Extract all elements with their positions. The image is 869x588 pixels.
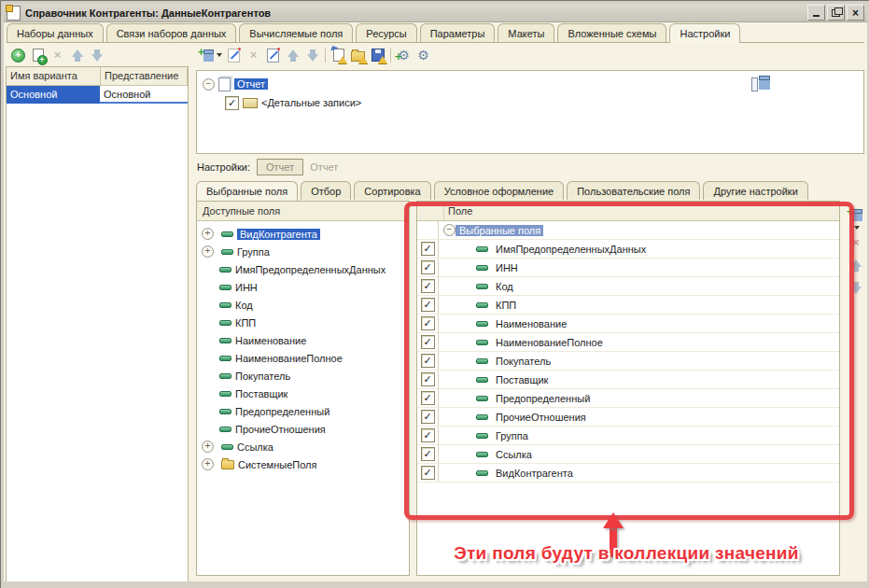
column-presentation[interactable]: Представление [101,67,188,85]
field-up-button[interactable] [847,256,866,274]
selected-field-row[interactable]: ✓Наименование [417,315,839,333]
available-field-row[interactable]: Поставщик [197,385,409,402]
field-checkbox[interactable]: ✓ [421,428,435,442]
collapse-icon[interactable]: − [203,78,215,91]
selected-field-row[interactable]: ✓Предопределенный [417,389,839,408]
main-tab[interactable]: Связи наборов данных [106,23,237,42]
main-tab[interactable]: Ресурсы [356,23,416,42]
variant-down-button[interactable] [87,46,106,64]
variant-row[interactable]: Основной Основной [7,86,188,104]
tree-detail-row[interactable]: ✓ <Детальные записи> [197,93,863,112]
field-down-button[interactable] [847,278,866,297]
delete-variant-button[interactable]: × [48,46,67,64]
selected-field-row[interactable]: ✓Группа [417,427,839,445]
field-checkbox[interactable]: ✓ [421,242,435,256]
available-field-row[interactable]: ИмяПредопределенныхДанных [197,260,409,278]
add-field-dropdown-icon[interactable] [854,226,860,230]
variant-name-cell[interactable]: Основной [7,86,100,104]
setting-down-button[interactable] [302,46,322,64]
main-tab[interactable]: Вычисляемые поля [239,23,353,42]
available-field-row[interactable]: Покупатель [197,367,409,385]
view-scheme-settings-button[interactable]: ⚙ [413,46,433,64]
open-settings-button[interactable] [329,46,348,64]
structure-icon[interactable] [751,76,770,91]
add-variant-button[interactable] [8,46,28,64]
up-arrow-icon [850,259,862,272]
selected-fields-group-row[interactable]: −Выбранные поля [417,221,839,240]
restore-button[interactable] [827,5,845,21]
expand-icon[interactable]: + [202,458,214,470]
available-field-row[interactable]: Наименование [197,331,409,349]
field-checkbox[interactable]: ✓ [421,298,435,312]
selected-field-row[interactable]: ✓Ссылка [417,445,839,464]
selected-field-row[interactable]: ✓ИмяПредопределенныхДанных [417,240,839,259]
selected-field-row[interactable]: ✓ИНН [417,259,839,277]
add-scheme-settings-button[interactable]: ⚙ [394,46,413,64]
detail-checkbox[interactable]: ✓ [225,96,239,110]
main-tab[interactable]: Параметры [420,23,496,42]
minimize-button[interactable] [807,5,825,21]
load-settings-button[interactable] [348,46,368,64]
variant-up-button[interactable] [67,46,87,64]
settings-tab[interactable]: Другие настройки [703,181,807,200]
edit-setting-button[interactable] [224,46,244,64]
delete-setting-button[interactable]: × [244,46,263,64]
field-checkbox[interactable]: ✓ [421,335,435,349]
collapse-icon[interactable]: − [443,224,456,236]
settings-tab[interactable]: Сортировка [354,181,430,200]
selected-field-row[interactable]: ✓ПрочиеОтношения [417,408,839,427]
available-field-row[interactable]: +ВидКонтрагента [197,225,409,243]
variant-presentation-cell[interactable]: Основной [100,86,188,104]
expand-icon[interactable]: + [202,441,214,453]
field-checkbox[interactable]: ✓ [421,354,435,368]
field-checkbox[interactable]: ✓ [421,372,435,386]
settings-tab[interactable]: Выбранные поля [196,181,298,201]
available-field-row[interactable]: КПП [197,314,409,331]
main-tab[interactable]: Вложенные схемы [557,23,666,42]
settings-tab[interactable]: Отбор [301,181,351,200]
field-checkbox[interactable]: ✓ [421,316,435,330]
settings-tab[interactable]: Условное оформление [434,181,564,200]
field-checkbox[interactable]: ✓ [421,447,435,461]
expand-icon[interactable]: + [202,245,214,258]
available-field-row[interactable]: Код [197,296,409,314]
available-field-row[interactable]: ИНН [197,278,409,296]
close-button[interactable]: × [847,5,864,21]
available-field-row[interactable]: +Группа [197,243,409,260]
main-tab[interactable]: Макеты [498,23,554,42]
field-checkbox[interactable]: ✓ [421,279,435,293]
expand-icon[interactable]: + [202,228,214,240]
folder-icon [221,460,234,469]
tree-root-label[interactable]: Отчет [234,78,268,90]
main-tab[interactable]: Наборы данных [7,23,104,42]
field-checkbox[interactable]: ✓ [421,260,435,274]
selected-field-row[interactable]: ✓НаименованиеПолное [417,333,839,352]
settings-tab[interactable]: Пользовательские поля [567,181,700,200]
column-variant-name[interactable]: Имя варианта [7,67,101,85]
selected-field-row[interactable]: ✓Покупатель [417,352,839,371]
field-checkbox[interactable]: ✓ [421,391,435,405]
report-path-button[interactable]: Отчет [257,159,303,175]
selected-field-row[interactable]: ✓ВидКонтрагента [417,464,839,483]
available-field-row[interactable]: +Ссылка [197,438,409,455]
selected-field-row[interactable]: ✓КПП [417,296,839,315]
selected-field-row[interactable]: ✓Код [417,277,839,296]
available-field-row[interactable]: ПрочиеОтношения [197,420,409,438]
field-checkbox[interactable]: ✓ [421,466,435,480]
save-settings-button[interactable] [368,46,387,64]
available-field-row[interactable]: Предопределенный [197,402,409,420]
main-tab[interactable]: Настройки [669,23,740,43]
field-checkbox[interactable]: ✓ [421,410,435,424]
copy-variant-button[interactable] [28,46,48,64]
field-label: Покупатель [492,356,551,367]
setting-up-button[interactable] [283,46,302,64]
settings-wizard-button[interactable] [263,46,283,64]
selected-field-row[interactable]: ✓Поставщик [417,371,839,389]
add-field-button[interactable] [847,207,866,222]
add-setting-button[interactable] [198,46,224,64]
available-field-row[interactable]: НаименованиеПолное [197,349,409,367]
available-field-row[interactable]: +СистемныеПоля [197,455,409,473]
checkbox-cell: ✓ [417,277,439,295]
tree-detail-label[interactable]: <Детальные записи> [261,97,361,108]
remove-field-button[interactable]: × [847,233,866,252]
